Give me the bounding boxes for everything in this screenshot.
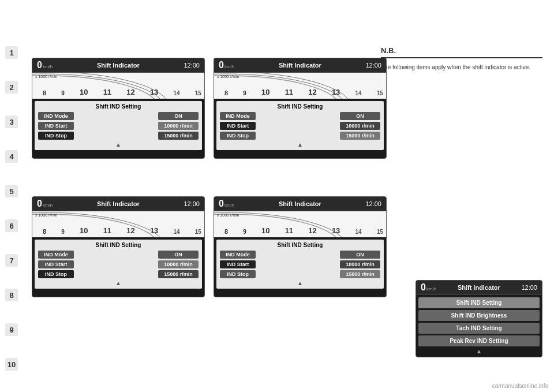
menu-panel: 0 km/h Shift Indicator 12:00 Shift IND S… (415, 280, 542, 357)
panel1-tacho: x 1000 r/min 8 9 10 11 12 13 14 15 (32, 73, 204, 99)
panel3-settings-title: Shift IND Setting (38, 242, 199, 248)
panel4-value-stop: 15000 r/min (340, 270, 380, 278)
chapter-6: 6 (5, 219, 18, 232)
chapter-2: 2 (5, 81, 18, 94)
panel4-title: Shift Indicator (279, 200, 321, 207)
nb-section: N.B. The following items apply when the … (381, 46, 542, 72)
screen-panel-2: 0 km/h Shift Indicator 12:00 x 1000 r/mi… (214, 58, 387, 159)
panel4-time: 12:00 (365, 200, 381, 207)
panel4-speed: 0 km/h (219, 199, 234, 209)
panel2-header: 0 km/h Shift Indicator 12:00 (214, 58, 386, 73)
menu-item-tach[interactable]: Tach IND Setting (418, 323, 540, 334)
menu-title: Shift Indicator (458, 284, 500, 291)
panel2-settings: Shift IND Setting IND Mode ON IND Start … (216, 101, 384, 150)
panel4-header: 0 km/h Shift Indicator 12:00 (214, 197, 386, 211)
panel3-value-mode: ON (158, 251, 199, 259)
panel4-value-mode: ON (340, 251, 380, 259)
panel3-title: Shift Indicator (97, 200, 140, 207)
menu-item-shift-ind[interactable]: Shift IND Setting (418, 297, 540, 308)
menu-header: 0 km/h Shift Indicator 12:00 (416, 281, 542, 295)
chapter-7: 7 (5, 254, 18, 267)
panel1-title: Shift Indicator (97, 62, 140, 69)
panel3-value-start: 10000 r/min (158, 260, 199, 268)
menu-item-brightness[interactable]: Shift IND Brightness (418, 310, 540, 321)
panel4-tacho: x 1000 r/min 8 9 10 11 12 13 14 15 (214, 211, 386, 237)
panel3-tacho: x 1000 r/min 8 9 10 11 12 13 14 15 (32, 211, 204, 237)
panel4-row-stop[interactable]: IND Stop 15000 r/min (220, 270, 380, 278)
panel2-value-start: 10000 r/min (340, 122, 380, 130)
panel2-row-mode[interactable]: IND Mode ON (220, 112, 380, 120)
panel2-label-start: IND Start (220, 122, 256, 130)
panel1-header: 0 km/h Shift Indicator 12:00 (32, 58, 204, 73)
panel3-label-mode: IND Mode (38, 251, 74, 259)
nb-title: N.B. (381, 46, 542, 58)
panel2-scroll[interactable]: ▲ (220, 141, 380, 148)
chapter-4: 4 (5, 150, 18, 163)
chapter-10: 10 (5, 358, 18, 371)
menu-speed: 0 km/h (421, 282, 436, 293)
panel4-settings: Shift IND Setting IND Mode ON IND Start … (216, 240, 384, 289)
panel3-settings: Shift IND Setting IND Mode ON IND Start … (35, 240, 202, 289)
panel4-row-start[interactable]: IND Start 10000 r/min (220, 260, 380, 268)
panel3-value-stop: 15000 r/min (158, 270, 199, 278)
panel4-settings-title: Shift IND Setting (220, 242, 380, 248)
panel3-scroll[interactable]: ▲ (38, 280, 199, 286)
panel4-value-start: 10000 r/min (340, 260, 380, 268)
panel2-value-stop: 15000 r/min (340, 132, 380, 140)
screen-panel-1: 0 km/h Shift Indicator 12:00 x 1000 r/mi… (32, 58, 205, 159)
panel2-speed: 0 km/h (219, 60, 234, 70)
panel1-row-mode[interactable]: IND Mode ON (38, 112, 199, 120)
panel1-row-start[interactable]: IND Start 10000 r/min (38, 122, 199, 130)
panel2-time: 12:00 (365, 62, 381, 69)
panel1-settings-title: Shift IND Setting (38, 103, 199, 110)
panel2-tacho: x 1000 r/min 8 9 10 11 12 13 14 15 (214, 73, 386, 99)
watermark: carmanualsoniine.info (492, 383, 548, 389)
screen-panel-3: 0 km/h Shift Indicator 12:00 x 1000 r/mi… (32, 196, 205, 297)
panel4-label-start: IND Start (220, 260, 256, 268)
panel3-speed: 0 km/h (37, 199, 53, 209)
panel2-row-stop[interactable]: IND Stop 15000 r/min (220, 132, 380, 140)
sidebar: 1 2 3 4 5 6 7 8 9 10 11 12 (0, 46, 23, 392)
panel1-value-mode: ON (158, 112, 199, 120)
menu-scroll[interactable]: ▲ (418, 348, 540, 354)
panel4-label-stop: IND Stop (220, 270, 256, 278)
panel2-settings-title: Shift IND Setting (220, 103, 380, 110)
panel2-label-stop: IND Stop (220, 132, 256, 140)
panel1-tacho-label: x 1000 r/min (35, 74, 58, 79)
panel1-label-stop: IND Stop (38, 132, 74, 140)
chapter-3: 3 (5, 115, 18, 128)
panel3-row-mode[interactable]: IND Mode ON (38, 251, 199, 259)
panel1-value-start: 10000 r/min (158, 122, 199, 130)
chapter-8: 8 (5, 289, 18, 301)
panel3-time: 12:00 (184, 200, 200, 207)
panel2-title: Shift Indicator (279, 62, 321, 69)
panel1-speed: 0 km/h (37, 60, 53, 70)
panel4-label-mode: IND Mode (220, 251, 256, 259)
chapter-5: 5 (5, 185, 18, 197)
menu-items-list: Shift IND Setting Shift IND Brightness T… (416, 295, 542, 357)
panel3-label-start: IND Start (38, 260, 74, 268)
panel1-time: 12:00 (184, 62, 200, 69)
chapter-9: 9 (5, 323, 18, 336)
nb-text: The following items apply when the shift… (381, 63, 542, 72)
menu-item-peak-rev[interactable]: Peak Rev IND Setting (418, 335, 540, 346)
panel3-row-stop[interactable]: IND Stop 15000 r/min (38, 270, 199, 278)
panel1-label-mode: IND Mode (38, 112, 74, 120)
panel1-value-stop: 15000 r/min (158, 132, 199, 140)
menu-time: 12:00 (521, 284, 537, 291)
screen-panel-4: 0 km/h Shift Indicator 12:00 x 1000 r/mi… (214, 196, 387, 297)
panel1-settings: Shift IND Setting IND Mode ON IND Start … (35, 101, 202, 150)
chapter-1: 1 (5, 46, 18, 59)
panel1-scroll[interactable]: ▲ (38, 141, 199, 148)
panel2-label-mode: IND Mode (220, 112, 256, 120)
panel3-header: 0 km/h Shift Indicator 12:00 (32, 197, 204, 211)
panel2-row-start[interactable]: IND Start 10000 r/min (220, 122, 380, 130)
panel2-value-mode: ON (340, 112, 380, 120)
panel4-scroll[interactable]: ▲ (220, 280, 380, 286)
panel1-label-start: IND Start (38, 122, 74, 130)
panel1-row-stop[interactable]: IND Stop 15000 r/min (38, 132, 199, 140)
panel4-row-mode[interactable]: IND Mode ON (220, 251, 380, 259)
panel3-row-start[interactable]: IND Start 10000 r/min (38, 260, 199, 268)
panel3-label-stop: IND Stop (38, 270, 74, 278)
